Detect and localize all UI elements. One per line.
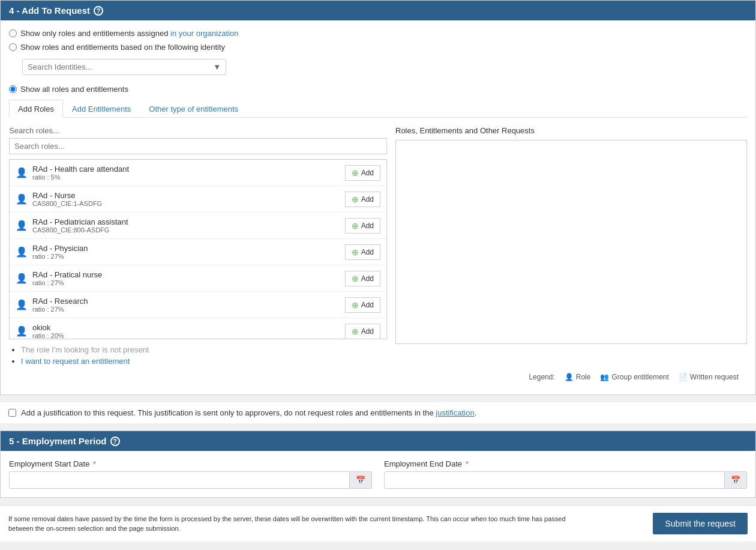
role-info: okiok ratio : 20% — [32, 323, 340, 339]
section-4-help-icon[interactable]: ? — [94, 6, 103, 16]
radio-org-item[interactable]: Show only roles and entitlements assigne… — [9, 29, 747, 38]
radio-org[interactable] — [9, 29, 17, 37]
add-icon: ⊕ — [352, 274, 359, 283]
date-row: Employment Start Date * 📅 Employment End… — [9, 459, 747, 489]
add-role-button[interactable]: ⊕ Add — [345, 218, 380, 234]
role-person-icon: 👤 — [16, 246, 28, 258]
end-date-label: Employment End Date * — [384, 459, 747, 468]
justification-row: Add a justification to this request. Thi… — [0, 402, 756, 423]
radio-identity-item[interactable]: Show roles and entitlements based on the… — [9, 43, 747, 52]
links-section: The role I'm looking for is not present … — [9, 345, 387, 366]
add-icon: ⊕ — [352, 247, 359, 257]
start-date-field: Employment Start Date * 📅 — [9, 459, 372, 489]
justification-link[interactable]: justification — [436, 408, 474, 417]
role-item: 👤 RAd - Research ratio : 27% ⊕ Add — [10, 292, 386, 318]
footer-note: If some removal dates have passed by the… — [8, 514, 578, 534]
radio-org-link: in your organization — [170, 29, 238, 38]
add-icon: ⊕ — [352, 168, 359, 178]
role-item: 👤 okiok ratio : 20% ⊕ Add — [10, 318, 386, 339]
legend-role-label: Role — [576, 373, 591, 381]
legend-group: 👥 Group entitlement — [600, 373, 668, 381]
link-request-entitlement: I want to request an entitlement — [21, 357, 387, 366]
legend-label: Legend: — [529, 373, 554, 381]
left-panel: Search roles... 👤 RAd - Health care atte… — [9, 126, 387, 368]
start-date-calendar-btn[interactable]: 📅 — [349, 472, 371, 488]
role-item: 👤 RAd - Nurse CAS800_CIE:1-ASDFG ⊕ Add — [10, 186, 386, 213]
end-date-calendar-btn[interactable]: 📅 — [724, 472, 746, 488]
group-icon: 👥 — [600, 373, 609, 381]
radio-identity[interactable] — [9, 43, 17, 51]
role-person-icon: 👤 — [16, 167, 28, 178]
role-item: 👤 RAd - Health care attendant ratio : 5%… — [10, 160, 386, 186]
role-sub: ratio : 27% — [32, 306, 340, 313]
submit-button[interactable]: Submit the request — [653, 513, 748, 534]
radio-all-item[interactable]: Show all roles and entitlements — [9, 85, 747, 94]
tab-add-entitlements[interactable]: Add Entitlements — [63, 100, 140, 118]
tab-other-entitlements[interactable]: Other type of entitlements — [140, 100, 247, 118]
add-role-button[interactable]: ⊕ Add — [345, 165, 380, 181]
right-panel: Roles, Entitlements and Other Requests — [395, 126, 747, 368]
end-date-input-row: 📅 — [384, 471, 747, 489]
role-name: okiok — [32, 323, 340, 332]
role-sub: ratio : 20% — [32, 332, 340, 339]
role-sub: CAS800_CIE:1-ASDFG — [32, 200, 340, 207]
legend-row: Legend: 👤 Role 👥 Group entitlement 📄 Wri… — [9, 368, 747, 386]
search-identities-wrapper: ▼ — [22, 59, 226, 75]
role-person-icon: 👤 — [16, 193, 28, 205]
legend-role: 👤 Role — [565, 373, 591, 381]
role-info: RAd - Physician ratio : 27% — [32, 244, 340, 260]
right-panel-box — [395, 140, 747, 344]
add-icon: ⊕ — [352, 221, 359, 231]
footer-bar: If some removal dates have passed by the… — [0, 505, 756, 542]
add-icon: ⊕ — [352, 327, 359, 336]
roles-list-container: 👤 RAd - Health care attendant ratio : 5%… — [9, 159, 387, 339]
section-5-header: 5 - Employment Period ? — [1, 431, 755, 451]
add-role-button[interactable]: ⊕ Add — [345, 244, 380, 260]
dropdown-arrow-icon[interactable]: ▼ — [208, 59, 226, 74]
section-4: 4 - Add To Request ? Show only roles and… — [0, 0, 756, 395]
search-identities-row: ▼ — [22, 59, 747, 75]
tabs: Add Roles Add Entitlements Other type of… — [9, 100, 747, 118]
tab-add-roles[interactable]: Add Roles — [9, 100, 63, 118]
role-item: 👤 RAd - Pratical nurse ratio : 27% ⊕ Add — [10, 265, 386, 292]
start-date-label: Employment Start Date * — [9, 459, 372, 468]
radio-all[interactable] — [9, 85, 17, 93]
end-date-input[interactable] — [385, 472, 724, 488]
role-sub: ratio : 27% — [32, 253, 340, 260]
add-role-button[interactable]: ⊕ Add — [345, 297, 380, 313]
search-roles-label: Search roles... — [9, 126, 387, 135]
end-date-field: Employment End Date * 📅 — [384, 459, 747, 489]
role-info: RAd - Pediatrician assistant CAS800_CIE:… — [32, 217, 340, 234]
section-5-help-icon[interactable]: ? — [110, 437, 120, 446]
role-sub: ratio : 27% — [32, 279, 340, 286]
request-entitlement-link[interactable]: I want to request an entitlement — [21, 357, 130, 366]
justification-checkbox[interactable] — [8, 409, 16, 417]
link-role-not-present: The role I'm looking for is not present — [21, 345, 387, 354]
search-identities-input[interactable] — [23, 59, 208, 74]
role-not-present-link[interactable]: The role I'm looking for is not present — [21, 345, 149, 354]
role-person-icon: 👤 — [16, 220, 28, 231]
start-date-input[interactable] — [10, 472, 349, 488]
section-5-body: Employment Start Date * 📅 Employment End… — [1, 451, 755, 497]
role-item: 👤 RAd - Pediatrician assistant CAS800_CI… — [10, 213, 386, 239]
radio-identity-label: Show roles and entitlements based on the… — [20, 43, 225, 52]
legend-written: 📄 Written request — [679, 373, 739, 381]
start-date-required: * — [93, 459, 96, 468]
search-roles-section: Search roles... 👤 RAd - Health care atte… — [9, 126, 747, 368]
justification-text: Add a justification to this request. Thi… — [21, 408, 476, 417]
search-roles-input[interactable] — [9, 138, 387, 154]
add-icon: ⊕ — [352, 195, 359, 204]
add-icon: ⊕ — [352, 300, 359, 310]
right-panel-label: Roles, Entitlements and Other Requests — [395, 126, 747, 135]
add-role-button[interactable]: ⊕ Add — [345, 324, 380, 339]
end-date-required: * — [466, 459, 469, 468]
add-role-button[interactable]: ⊕ Add — [345, 271, 380, 286]
role-icon: 👤 — [565, 373, 574, 381]
role-name: RAd - Pratical nurse — [32, 270, 340, 279]
start-date-input-row: 📅 — [9, 471, 372, 489]
role-sub: ratio : 5% — [32, 174, 340, 181]
add-role-button[interactable]: ⊕ Add — [345, 192, 380, 207]
section-5: 5 - Employment Period ? Employment Start… — [0, 431, 756, 498]
radio-group: Show only roles and entitlements assigne… — [9, 29, 747, 94]
role-info: RAd - Health care attendant ratio : 5% — [32, 165, 340, 181]
